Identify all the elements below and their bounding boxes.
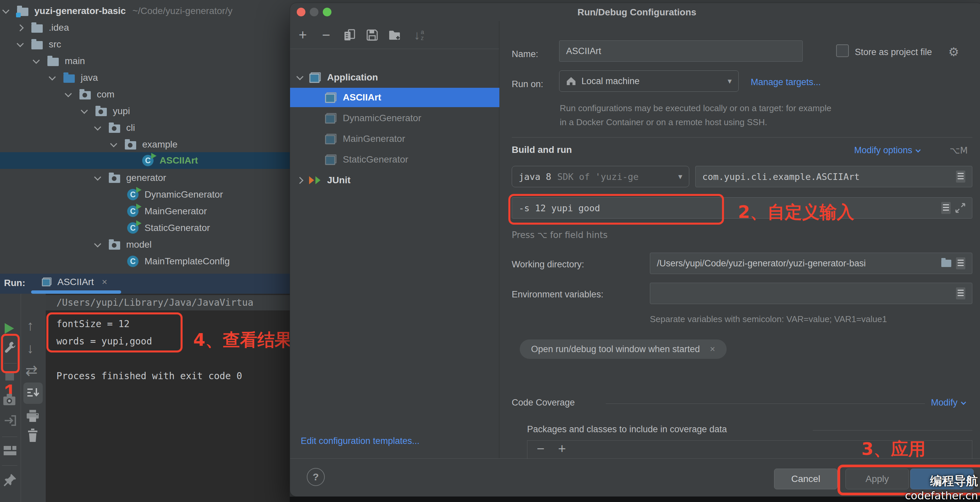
- tree-item-com[interactable]: com: [0, 86, 290, 103]
- folder-icon: [48, 58, 59, 66]
- project-tree: yuzi-generator-basic ~/Code/yuzi-generat…: [0, 0, 290, 274]
- tree-item-main[interactable]: main: [0, 53, 290, 70]
- config-item-staticgenerator[interactable]: StaticGenerator: [290, 150, 500, 169]
- chevron-down-icon[interactable]: [65, 90, 72, 97]
- run-tab-asciiart[interactable]: ASCIIArt ×: [41, 276, 107, 288]
- tree-item-model[interactable]: model: [0, 236, 290, 253]
- source-folder-icon: [64, 75, 75, 83]
- chevron-down-icon: [961, 400, 966, 405]
- manage-targets-link[interactable]: Manage targets...: [751, 77, 821, 87]
- name-input[interactable]: ASCIIArt: [559, 40, 803, 62]
- tree-item-staticgenerator[interactable]: C StaticGenerator: [0, 220, 290, 236]
- browse-list-icon[interactable]: [956, 257, 965, 269]
- gear-icon[interactable]: ⚙: [948, 45, 959, 59]
- code-coverage-heading: Code Coverage: [512, 397, 575, 408]
- jre-dropdown[interactable]: java 8 SDK of 'yuzi-ge ▾: [512, 166, 689, 187]
- browse-folder-icon[interactable]: [941, 260, 951, 267]
- tree-item-yupi[interactable]: yupi: [0, 103, 290, 119]
- browse-list-icon[interactable]: [956, 288, 965, 299]
- tree-item-java[interactable]: java: [0, 70, 290, 86]
- modify-options-shortcut: ⌥M: [950, 145, 968, 156]
- chevron-down-icon[interactable]: [296, 73, 304, 80]
- help-button[interactable]: ?: [307, 468, 325, 486]
- move-into-folder-button[interactable]: [387, 27, 403, 43]
- active-tab-underline: [31, 291, 121, 294]
- tree-item-example[interactable]: example: [0, 136, 290, 153]
- chevron-down-icon[interactable]: [94, 240, 101, 247]
- chevron-down-icon[interactable]: [17, 40, 24, 47]
- copy-configuration-button[interactable]: [342, 27, 358, 43]
- print-button[interactable]: [26, 410, 40, 423]
- config-group-application[interactable]: Application: [290, 68, 500, 87]
- application-icon: [309, 72, 321, 83]
- store-as-project-file-checkbox[interactable]: [836, 44, 849, 57]
- chevron-down-icon[interactable]: [49, 73, 56, 81]
- down-stack-trace-button[interactable]: ↓: [27, 340, 34, 356]
- browse-list-icon[interactable]: [941, 202, 951, 214]
- config-item-dynamicgenerator[interactable]: DynamicGenerator: [290, 108, 500, 128]
- chevron-down-icon[interactable]: [33, 57, 40, 64]
- main-class-input[interactable]: com.yupi.cli.example.ASCIIArt: [695, 166, 972, 187]
- chevron-right-icon[interactable]: [296, 176, 304, 184]
- add-package-button[interactable]: +: [558, 441, 566, 456]
- tree-item-cli[interactable]: cli: [0, 119, 290, 136]
- run-label: Run:: [4, 278, 25, 288]
- working-directory-label: Working directory:: [512, 259, 584, 270]
- config-group-junit[interactable]: JUnit: [290, 170, 500, 190]
- pin-tab-button[interactable]: [3, 473, 17, 487]
- run-on-label: Run on:: [512, 79, 543, 89]
- expand-field-icon[interactable]: [955, 203, 965, 213]
- working-directory-input[interactable]: /Users/yupi/Code/yuzi-generator/yuzi-gen…: [650, 253, 972, 274]
- annotation-step3: 3、应用: [862, 438, 926, 461]
- chevron-down-icon[interactable]: [81, 107, 88, 114]
- package-icon: [125, 141, 136, 149]
- console-jdk-path: /Users/yupi/Library/Java/JavaVirtua: [56, 297, 253, 308]
- scroll-to-end-button[interactable]: [23, 383, 43, 404]
- chevron-down-icon[interactable]: [2, 7, 10, 14]
- chevron-down-icon[interactable]: [94, 124, 101, 130]
- chevron-down-icon[interactable]: [110, 140, 117, 147]
- add-configuration-button[interactable]: +: [295, 27, 311, 43]
- run-console[interactable]: /Users/yupi/Library/Java/JavaVirtua font…: [46, 294, 290, 502]
- edit-configuration-templates-link[interactable]: Edit configuration templates...: [301, 436, 420, 446]
- configurations-toolbar: + − ↓ az: [290, 21, 499, 49]
- environment-variables-input[interactable]: [650, 283, 972, 304]
- clear-all-button[interactable]: [27, 429, 39, 442]
- run-on-dropdown[interactable]: Local machine ▾: [559, 70, 739, 92]
- sort-configurations-button[interactable]: ↓ az: [411, 27, 427, 43]
- tree-item-project-root[interactable]: yuzi-generator-basic ~/Code/yuzi-generat…: [0, 3, 290, 19]
- package-icon: [109, 241, 120, 249]
- close-tab-icon[interactable]: ×: [102, 277, 107, 288]
- config-item-maingenerator[interactable]: MainGenerator: [290, 129, 500, 149]
- run-icon: [5, 323, 14, 334]
- chevron-down-icon: [916, 147, 921, 153]
- remove-chip-icon[interactable]: ×: [710, 344, 715, 354]
- up-stack-trace-button[interactable]: ↑: [27, 318, 34, 334]
- chevron-right-icon[interactable]: [17, 24, 24, 31]
- annotation-box-step4: [46, 312, 183, 353]
- snapshot-button[interactable]: [3, 394, 17, 406]
- layout-settings-button[interactable]: [4, 446, 16, 456]
- class-run-icon: C: [127, 189, 138, 200]
- save-configuration-button[interactable]: [364, 27, 380, 43]
- new-folder-icon: [388, 29, 401, 41]
- tree-item-generator[interactable]: generator: [0, 170, 290, 186]
- open-tool-window-chip[interactable]: Open run/debug tool window when started …: [520, 340, 727, 359]
- tree-item-dynamicgenerator[interactable]: C DynamicGenerator: [0, 186, 290, 203]
- tree-item-maintemplateconfig[interactable]: C MainTemplateConfig: [0, 253, 290, 270]
- browse-list-icon[interactable]: [956, 170, 965, 183]
- rerun-button[interactable]: [5, 323, 14, 334]
- remove-package-button[interactable]: −: [537, 441, 544, 456]
- cancel-button[interactable]: Cancel: [774, 469, 837, 489]
- remove-configuration-button[interactable]: −: [318, 27, 334, 43]
- coverage-modify-link[interactable]: Modify: [931, 397, 965, 408]
- tree-item-asciiart-selected[interactable]: C ASCIIArt: [0, 152, 290, 169]
- modify-options-link[interactable]: Modify options: [854, 145, 920, 156]
- soft-wrap-button[interactable]: ⇄: [25, 362, 38, 379]
- tree-item-idea[interactable]: .idea: [0, 19, 290, 36]
- tree-item-src[interactable]: src: [0, 36, 290, 53]
- show-output-button[interactable]: [3, 414, 17, 427]
- chevron-down-icon[interactable]: [94, 173, 101, 181]
- tree-item-maingenerator[interactable]: C MainGenerator: [0, 203, 290, 220]
- config-item-asciiart-selected[interactable]: ASCIIArt: [290, 88, 500, 107]
